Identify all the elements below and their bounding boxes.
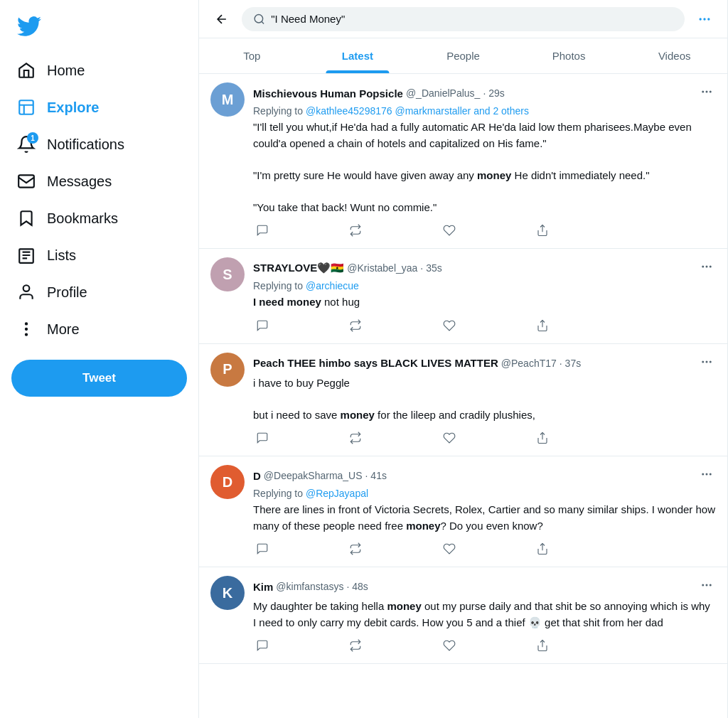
retweet-button[interactable] — [346, 221, 365, 240]
tweet-actions — [253, 221, 552, 240]
sidebar-item-lists[interactable]: Lists — [11, 237, 187, 273]
tweet-item[interactable]: K Kim @kimfanstasys · 48s My daughter be… — [199, 567, 727, 664]
svg-point-25 — [710, 473, 712, 476]
sidebar-item-messages[interactable]: Messages — [11, 164, 187, 199]
avatar: K — [210, 576, 245, 610]
svg-point-24 — [706, 473, 708, 476]
bell-icon: 1 — [17, 135, 36, 154]
reply-button[interactable] — [253, 540, 272, 558]
svg-point-23 — [702, 473, 704, 476]
svg-point-15 — [702, 266, 704, 268]
tweet-more-button[interactable] — [697, 465, 716, 486]
tweet-meta: D @DeepakSharma_US · 41s — [253, 470, 692, 482]
avatar: S — [210, 257, 245, 291]
avatar: P — [210, 353, 245, 387]
like-button[interactable] — [440, 316, 459, 335]
mail-icon — [17, 172, 36, 191]
search-bar[interactable] — [242, 7, 685, 31]
svg-point-27 — [702, 584, 704, 586]
tweet-item[interactable]: D D @DeepakSharma_US · 41s Replying to @… — [199, 456, 727, 567]
tweet-author-name: Kim — [253, 581, 273, 593]
share-button[interactable] — [533, 316, 552, 335]
tweet-author-name: STRAYLOVE🖤🇬🇭 — [253, 262, 344, 274]
tweet-handle: @PeachT17 — [501, 358, 557, 369]
sidebar-item-bookmarks[interactable]: Bookmarks — [11, 200, 187, 236]
svg-point-3 — [23, 285, 30, 291]
reply-button[interactable] — [253, 316, 272, 335]
retweet-button[interactable] — [346, 540, 365, 558]
tweet-more-button[interactable] — [697, 257, 716, 279]
sidebar-item-profile[interactable]: Profile — [11, 274, 187, 310]
svg-point-6 — [26, 334, 27, 336]
tweet-meta: STRAYLOVE🖤🇬🇭 @Kristabel_yaa · 35s — [253, 262, 692, 274]
sidebar-item-more[interactable]: More — [11, 311, 187, 347]
reply-to: Replying to @kathlee45298176 @markmarsta… — [253, 105, 716, 117]
sidebar-item-bookmarks-label: Bookmarks — [47, 210, 118, 227]
tweet-content: i have to buy Peggle but i need to save … — [253, 375, 716, 424]
svg-rect-1 — [18, 175, 34, 187]
tweet-item[interactable]: S STRAYLOVE🖤🇬🇭 @Kristabel_yaa · 35s Repl… — [199, 249, 727, 344]
tweet-body: Kim @kimfanstasys · 48s My daughter be t… — [253, 576, 716, 655]
share-button[interactable] — [533, 540, 552, 558]
like-button[interactable] — [440, 429, 459, 447]
sidebar-item-home[interactable]: Home — [11, 53, 187, 88]
tweet-actions — [253, 636, 552, 655]
tweet-item[interactable]: M Mischievous Human Popsicle @_DanielPal… — [199, 74, 727, 249]
more-options-button[interactable] — [693, 8, 716, 31]
tweet-author-name: Mischievous Human Popsicle — [253, 87, 403, 100]
share-button[interactable] — [533, 221, 552, 240]
tweet-content: There are lines in front of Victoria Sec… — [253, 502, 716, 534]
reply-to-link[interactable]: @RepJayapal — [306, 488, 368, 499]
back-button[interactable] — [210, 8, 233, 31]
tab-photos[interactable]: Photos — [516, 38, 622, 73]
tweet-handle: @kimfanstasys — [276, 581, 343, 592]
svg-point-7 — [255, 14, 262, 22]
tweet-actions — [253, 429, 552, 447]
tweet-item[interactable]: P Peach THEE himbo says BLACK LIVES MATT… — [199, 344, 727, 457]
tab-videos[interactable]: Videos — [621, 38, 727, 73]
retweet-button[interactable] — [346, 636, 365, 655]
like-button[interactable] — [440, 221, 459, 240]
main-content: Top Latest People Photos Videos M Mischi… — [199, 0, 728, 718]
tweet-more-button[interactable] — [697, 353, 716, 374]
reply-button[interactable] — [253, 636, 272, 655]
svg-point-13 — [710, 91, 712, 93]
tweet-meta: Peach THEE himbo says BLACK LIVES MATTER… — [253, 357, 692, 369]
tweet-meta: Kim @kimfanstasys · 48s — [253, 581, 692, 593]
search-icon — [253, 13, 265, 26]
tweet-body: D @DeepakSharma_US · 41s Replying to @Re… — [253, 465, 716, 558]
tweet-time: · 29s — [483, 87, 504, 99]
tweet-more-button[interactable] — [697, 576, 716, 597]
reply-to-link[interactable]: @kathlee45298176 @markmarstaller and 2 o… — [306, 105, 529, 117]
tab-top[interactable]: Top — [199, 38, 305, 73]
ellipsis-icon — [697, 12, 712, 26]
tab-people[interactable]: People — [410, 38, 516, 73]
reply-button[interactable] — [253, 429, 272, 447]
reply-button[interactable] — [253, 221, 272, 240]
home-icon — [17, 61, 36, 80]
like-button[interactable] — [440, 636, 459, 655]
svg-point-12 — [706, 91, 708, 93]
reply-to-link[interactable]: @archiecue — [306, 280, 359, 291]
retweet-button[interactable] — [346, 316, 365, 335]
avatar: M — [210, 82, 245, 117]
tweet-actions — [253, 316, 552, 335]
twitter-logo — [11, 6, 187, 50]
tab-latest[interactable]: Latest — [305, 38, 411, 73]
retweet-button[interactable] — [346, 429, 365, 447]
tweet-more-button[interactable] — [697, 82, 716, 104]
sidebar-item-explore[interactable]: Explore — [11, 90, 187, 125]
sidebar-item-explore-label: Explore — [47, 100, 99, 116]
sidebar-item-notifications[interactable]: 1 Notifications — [11, 127, 187, 162]
svg-point-9 — [703, 18, 705, 20]
share-button[interactable] — [533, 636, 552, 655]
tweet-header: Peach THEE himbo says BLACK LIVES MATTER… — [253, 353, 716, 374]
search-input[interactable] — [271, 13, 673, 25]
svg-point-17 — [710, 266, 712, 268]
sidebar-item-messages-label: Messages — [47, 173, 112, 190]
tweet-button[interactable]: Tweet — [11, 360, 187, 397]
like-button[interactable] — [440, 540, 459, 558]
tweet-content: My daughter be taking hella money out my… — [253, 599, 716, 631]
share-button[interactable] — [533, 429, 552, 447]
svg-point-10 — [707, 18, 710, 20]
